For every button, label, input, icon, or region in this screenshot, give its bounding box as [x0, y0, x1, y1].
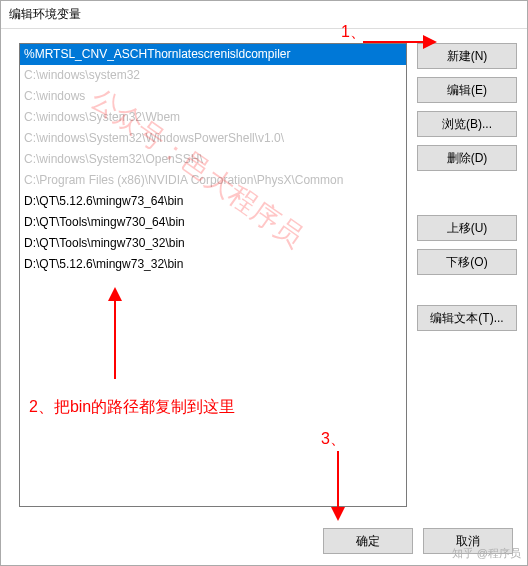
- list-item[interactable]: D:\QT\Tools\mingw730_32\bin: [20, 233, 406, 254]
- cancel-button[interactable]: 取消: [423, 528, 513, 554]
- ok-button[interactable]: 确定: [323, 528, 413, 554]
- list-item[interactable]: C:\Program Files (x86)\NVIDIA Corporatio…: [20, 170, 406, 191]
- client-area: %MRTSL_CNV_ASCHThornlatescrenisldcompile…: [1, 29, 527, 517]
- list-item[interactable]: %MRTSL_CNV_ASCHThornlatescrenisldcompile…: [20, 44, 406, 65]
- path-list[interactable]: %MRTSL_CNV_ASCHThornlatescrenisldcompile…: [19, 43, 407, 507]
- move-up-button[interactable]: 上移(U): [417, 215, 517, 241]
- list-item[interactable]: C:\windows\System32\WindowsPowerShell\v1…: [20, 128, 406, 149]
- list-item[interactable]: C:\windows\System32\OpenSSH\: [20, 149, 406, 170]
- list-item[interactable]: C:\windows: [20, 86, 406, 107]
- button-sidebar: 新建(N) 编辑(E) 浏览(B)... 删除(D) 上移(U) 下移(O) 编…: [407, 43, 517, 507]
- browse-button[interactable]: 浏览(B)...: [417, 111, 517, 137]
- list-item[interactable]: D:\QT\Tools\mingw730_64\bin: [20, 212, 406, 233]
- new-button[interactable]: 新建(N): [417, 43, 517, 69]
- dialog-footer: 确定 取消: [1, 517, 527, 565]
- list-item[interactable]: C:\windows\System32\Wbem: [20, 107, 406, 128]
- list-item[interactable]: C:\windows\system32: [20, 65, 406, 86]
- move-down-button[interactable]: 下移(O): [417, 249, 517, 275]
- titlebar[interactable]: 编辑环境变量: [1, 1, 527, 29]
- list-item[interactable]: D:\QT\5.12.6\mingw73_64\bin: [20, 191, 406, 212]
- list-item[interactable]: D:\QT\5.12.6\mingw73_32\bin: [20, 254, 406, 275]
- edit-button[interactable]: 编辑(E): [417, 77, 517, 103]
- delete-button[interactable]: 删除(D): [417, 145, 517, 171]
- titlebar-text: 编辑环境变量: [9, 6, 81, 23]
- env-var-dialog: 编辑环境变量 %MRTSL_CNV_ASCHThornlatescrenisld…: [0, 0, 528, 566]
- edit-text-button[interactable]: 编辑文本(T)...: [417, 305, 517, 331]
